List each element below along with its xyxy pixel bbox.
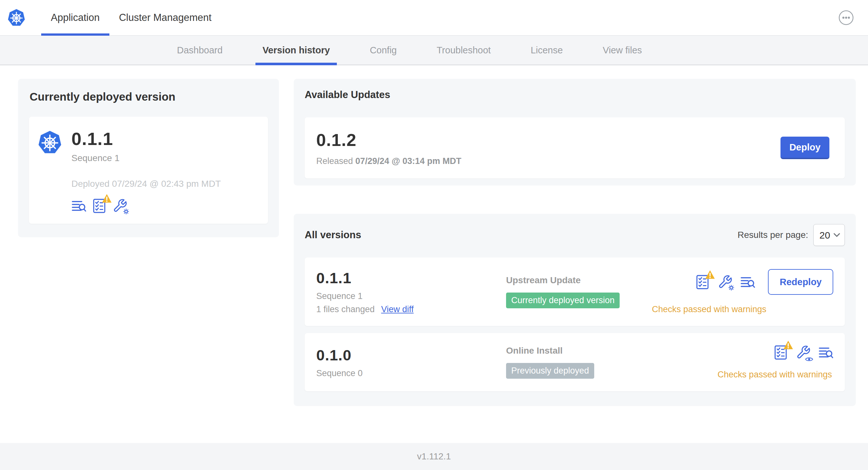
view-config-icon[interactable]	[796, 345, 811, 360]
results-per-page-select-wrap: 20	[813, 224, 845, 246]
warning-triangle-icon	[102, 194, 112, 203]
version-actions	[773, 345, 833, 360]
deployed-version-box: 0.1.1 Sequence 1 Deployed 07/29/24 @ 02:…	[29, 117, 268, 224]
eye-icon	[805, 357, 813, 362]
update-row: 0.1.2 Released 07/29/24 @ 03:14 pm MDT D…	[305, 118, 845, 178]
ellipsis-menu-icon	[838, 10, 854, 25]
available-updates-card: Available Updates 0.1.2 Released 07/29/2…	[294, 79, 856, 186]
logs-icon[interactable]	[740, 274, 755, 290]
available-updates-title: Available Updates	[305, 89, 845, 101]
results-per-page: Results per page: 20	[738, 224, 845, 246]
deployed-sequence: Sequence 1	[71, 153, 221, 163]
tab-cluster-management-label: Cluster Management	[119, 12, 212, 24]
files-changed-line: 1 files changed View diff	[316, 304, 506, 314]
version-row-left: 0.1.0 Sequence 0	[316, 346, 506, 378]
version-history-page: Application Cluster Management Dashboard…	[0, 0, 868, 470]
tab-troubleshoot-label: Troubleshoot	[437, 45, 491, 56]
redeploy-button[interactable]: Redeploy	[768, 269, 833, 295]
preflight-checks-warning-icon[interactable]	[773, 345, 788, 360]
tab-view-files-label: View files	[602, 45, 642, 56]
tab-cluster-management[interactable]: Cluster Management	[110, 0, 221, 35]
version-number: 0.1.1	[316, 269, 506, 287]
version-row-0-1-0: 0.1.0 Sequence 0 Online Install Previous…	[305, 333, 845, 391]
all-versions-card: All versions Results per page: 20	[294, 214, 856, 406]
released-label: Released	[316, 156, 353, 166]
version-row-middle: Upstream Update Currently deployed versi…	[506, 275, 652, 308]
version-number: 0.1.0	[316, 346, 506, 364]
app-subnav: Dashboard Version history Config Trouble…	[0, 36, 868, 65]
gear-icon	[122, 208, 130, 215]
update-version-number: 0.1.2	[316, 130, 461, 150]
version-sequence: Sequence 1	[316, 291, 506, 301]
console-version: v1.112.1	[417, 451, 451, 462]
warning-triangle-icon	[705, 270, 715, 279]
tab-application-label: Application	[51, 12, 100, 24]
page-footer: v1.112.1	[0, 443, 868, 470]
preflight-status-text: Checks passed with warnings	[652, 304, 766, 314]
tab-application[interactable]: Application	[41, 0, 110, 35]
version-row-middle: Online Install Previously deployed	[506, 345, 717, 379]
preflight-checks-warning-icon[interactable]	[92, 198, 107, 213]
tab-version-history-label: Version history	[262, 45, 330, 56]
update-released-line: Released 07/29/24 @ 03:14 pm MDT	[316, 156, 461, 166]
deployed-version-number: 0.1.1	[71, 128, 221, 149]
edit-config-icon[interactable]	[718, 274, 733, 290]
top-header: Application Cluster Management	[0, 0, 868, 36]
version-row-right: Redeploy Checks passed with warnings	[652, 269, 838, 314]
version-row-0-1-1: 0.1.1 Sequence 1 1 files changed View di…	[305, 258, 845, 326]
version-row-right: Checks passed with warnings	[717, 345, 838, 380]
kubernetes-logo-icon	[7, 8, 26, 27]
files-changed-label: 1 files changed	[316, 304, 375, 314]
tab-config-label: Config	[370, 45, 397, 56]
currently-deployed-card: Currently deployed version	[18, 79, 279, 237]
tab-dashboard-label: Dashboard	[177, 45, 223, 56]
released-timestamp: 07/29/24 @ 03:14 pm MDT	[355, 156, 461, 166]
deployed-version-actions	[71, 198, 221, 213]
currently-deployed-title: Currently deployed version	[30, 90, 268, 103]
version-source: Upstream Update	[506, 275, 652, 286]
previously-deployed-badge: Previously deployed	[506, 363, 594, 379]
preflight-status-text: Checks passed with warnings	[717, 370, 832, 380]
results-per-page-label: Results per page:	[738, 230, 808, 240]
preflight-checks-warning-icon[interactable]	[695, 274, 710, 290]
tab-license-label: License	[530, 45, 563, 56]
tab-license[interactable]: License	[510, 36, 583, 65]
version-source: Online Install	[506, 345, 717, 356]
warning-triangle-icon	[783, 340, 793, 350]
right-column: Available Updates 0.1.2 Released 07/29/2…	[294, 79, 856, 443]
main-content: Currently deployed version	[0, 65, 868, 443]
results-per-page-select[interactable]: 20	[813, 224, 845, 246]
logs-icon[interactable]	[818, 345, 833, 360]
logs-icon[interactable]	[71, 198, 86, 213]
deployed-timestamp: Deployed 07/29/24 @ 02:43 pm MDT	[71, 179, 221, 189]
all-versions-header: All versions Results per page: 20	[305, 224, 845, 246]
tab-dashboard[interactable]: Dashboard	[157, 36, 243, 65]
tab-config[interactable]: Config	[350, 36, 416, 65]
all-versions-title: All versions	[305, 229, 361, 241]
edit-config-icon[interactable]	[113, 198, 127, 213]
version-row-left: 0.1.1 Sequence 1 1 files changed View di…	[316, 269, 506, 314]
left-column: Currently deployed version	[18, 79, 279, 443]
app-icon-kubernetes	[37, 130, 62, 155]
gear-icon	[727, 284, 735, 292]
tab-version-history[interactable]: Version history	[243, 36, 350, 65]
overflow-menu-button[interactable]	[838, 10, 854, 25]
tab-troubleshoot[interactable]: Troubleshoot	[416, 36, 510, 65]
currently-deployed-badge: Currently deployed version	[506, 293, 620, 308]
primary-nav: Application Cluster Management	[41, 0, 221, 35]
version-sequence: Sequence 0	[316, 368, 506, 378]
tab-view-files[interactable]: View files	[583, 36, 662, 65]
view-diff-link[interactable]: View diff	[381, 304, 414, 314]
version-actions: Redeploy	[695, 269, 833, 295]
deploy-button[interactable]: Deploy	[780, 137, 829, 159]
